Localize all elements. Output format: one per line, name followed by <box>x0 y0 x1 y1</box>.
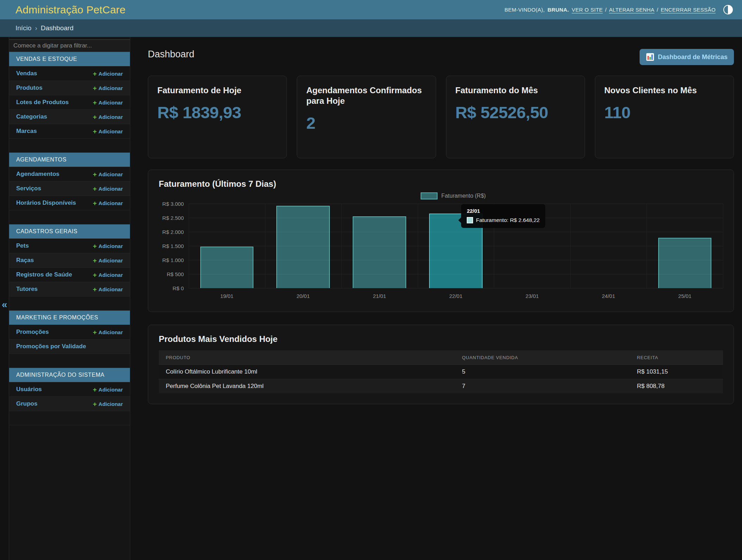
sidebar-collapse-toggle[interactable]: « <box>2 299 7 310</box>
model-link[interactable]: Produtos <box>16 84 43 91</box>
chart-title: Faturamento (Últimos 7 Dias) <box>159 179 723 189</box>
add-link[interactable]: +Adicionar <box>93 171 123 178</box>
table-cell: 7 <box>455 383 630 390</box>
tooltip-row: Faturamento: R$ 2.648,22 <box>467 217 540 223</box>
tooltip-label: Faturamento: R$ 2.648,22 <box>476 217 540 223</box>
model-link[interactable]: Grupos <box>16 400 37 407</box>
model-link[interactable]: Pets <box>16 242 29 249</box>
topbar: Administração PetCare BEM-VINDO(A), BRUN… <box>0 0 742 19</box>
sidebar-item: Promoções por Validade <box>9 339 130 354</box>
v-gridline <box>418 204 418 288</box>
section-caption[interactable]: VENDAS E ESTOQUE <box>9 52 130 66</box>
add-link-label: Adicionar <box>99 286 123 292</box>
x-axis-labels: 19/0120/0121/0122/0123/0124/0125/01 <box>189 293 723 299</box>
model-link[interactable]: Registros de Saúde <box>16 271 72 278</box>
user-tools: BEM-VINDO(A), BRUNA. VER O SITE / ALTERA… <box>504 5 733 14</box>
user-link[interactable]: VER O SITE <box>572 7 603 13</box>
add-link[interactable]: +Adicionar <box>93 185 123 192</box>
add-link[interactable]: +Adicionar <box>93 70 123 77</box>
add-link[interactable]: +Adicionar <box>93 128 123 135</box>
model-link[interactable]: Horários Disponíveis <box>16 199 76 206</box>
metrics-dashboard-button[interactable]: Dashboard de Métricas <box>640 49 734 65</box>
page-head: Dashboard Dashboard de Métricas <box>148 49 734 65</box>
section-caption[interactable]: ADMINISTRAÇÃO DO SISTEMA <box>9 368 130 382</box>
sidebar-section: VENDAS E ESTOQUEVendas+AdicionarProdutos… <box>9 52 130 153</box>
sidebar-item: Serviços+Adicionar <box>9 181 130 196</box>
user-link[interactable]: ENCERRAR SESSÃO <box>661 7 716 13</box>
x-axis-label: 24/01 <box>570 293 647 299</box>
model-link[interactable]: Serviços <box>16 185 41 192</box>
model-link[interactable]: Marcas <box>16 128 37 135</box>
add-link[interactable]: +Adicionar <box>93 329 123 336</box>
chart-bar[interactable] <box>658 238 712 288</box>
add-link[interactable]: +Adicionar <box>93 243 123 249</box>
add-link[interactable]: +Adicionar <box>93 85 123 91</box>
add-link[interactable]: +Adicionar <box>93 99 123 106</box>
v-gridline <box>265 204 265 288</box>
h-gridline <box>189 218 723 218</box>
add-link-label: Adicionar <box>99 200 123 206</box>
metric-card-value: R$ 52526,50 <box>455 103 576 122</box>
add-link-label: Adicionar <box>99 272 123 278</box>
theme-toggle-icon[interactable] <box>723 5 733 14</box>
v-gridline <box>647 204 647 288</box>
metric-card: Agendamentos Confirmados para Hoje2 <box>297 76 436 158</box>
sidebar-filter-input[interactable] <box>9 39 130 52</box>
breadcrumb-current: Dashboard <box>41 24 74 32</box>
add-link-label: Adicionar <box>99 387 123 393</box>
add-link[interactable]: +Adicionar <box>93 286 123 293</box>
chart-bar[interactable] <box>200 247 254 288</box>
add-link[interactable]: +Adicionar <box>93 272 123 278</box>
add-link[interactable]: +Adicionar <box>93 386 123 393</box>
section-caption[interactable]: MARKETING E PROMOÇÕES <box>9 311 130 325</box>
add-link-label: Adicionar <box>99 114 123 120</box>
chart-card: Faturamento (Últimos 7 Dias) Faturamento… <box>148 170 734 312</box>
section-caption[interactable]: AGENDAMENTOS <box>9 153 130 167</box>
model-link[interactable]: Promoções por Validade <box>16 343 86 350</box>
sidebar-nav: VENDAS E ESTOQUEVendas+AdicionarProdutos… <box>9 52 130 425</box>
page-title: Dashboard <box>148 49 194 60</box>
metric-card: Novos Clientes no Mês110 <box>595 76 734 158</box>
model-link[interactable]: Categorias <box>16 113 47 120</box>
section-spacer <box>9 411 130 425</box>
plus-icon: + <box>93 386 97 393</box>
h-gridline <box>189 274 723 274</box>
app-title: Administração PetCare <box>15 4 126 16</box>
model-link[interactable]: Vendas <box>16 70 37 77</box>
model-link[interactable]: Tutores <box>16 286 38 293</box>
plus-icon: + <box>93 114 97 120</box>
table-header-cell: RECEITA <box>630 355 723 360</box>
h-gridline <box>189 204 723 204</box>
sidebar-item: Agendamentos+Adicionar <box>9 167 130 181</box>
metric-card-value: 2 <box>306 113 426 133</box>
model-link[interactable]: Usuários <box>16 386 42 393</box>
sidebar-item: Horários Disponíveis+Adicionar <box>9 196 130 210</box>
model-link[interactable]: Agendamentos <box>16 171 59 178</box>
sidebar-item: Tutores+Adicionar <box>9 282 130 296</box>
h-gridline <box>189 232 723 232</box>
main-content: Dashboard Dashboard de Métricas Faturame… <box>130 37 742 560</box>
model-link[interactable]: Raças <box>16 257 34 264</box>
breadcrumb-home-link[interactable]: Início <box>15 24 31 32</box>
section-caption[interactable]: CADASTROS GERAIS <box>9 224 130 238</box>
v-gridline <box>341 204 342 288</box>
plus-icon: + <box>93 185 97 192</box>
model-link[interactable]: Promoções <box>16 329 49 336</box>
sidebar-item: Categorias+Adicionar <box>9 109 130 124</box>
user-links: VER O SITE / ALTERAR SENHA / ENCERRAR SE… <box>572 7 716 13</box>
plus-icon: + <box>93 286 97 293</box>
metric-card-title: Novos Clientes no Mês <box>604 85 724 96</box>
chart-legend[interactable]: Faturamento (R$) <box>183 192 723 199</box>
user-link[interactable]: ALTERAR SENHA <box>609 7 654 13</box>
h-gridline <box>189 288 723 288</box>
add-link[interactable]: +Adicionar <box>93 200 123 206</box>
add-link[interactable]: +Adicionar <box>93 401 123 407</box>
add-link-label: Adicionar <box>99 100 123 106</box>
add-link[interactable]: +Adicionar <box>93 114 123 120</box>
plus-icon: + <box>93 257 97 264</box>
chart-bar[interactable] <box>353 216 406 288</box>
model-link[interactable]: Lotes de Produtos <box>16 99 69 106</box>
y-axis-label: R$ 1.500 <box>162 243 184 249</box>
add-link[interactable]: +Adicionar <box>93 257 123 264</box>
sidebar-item: Pets+Adicionar <box>9 238 130 253</box>
